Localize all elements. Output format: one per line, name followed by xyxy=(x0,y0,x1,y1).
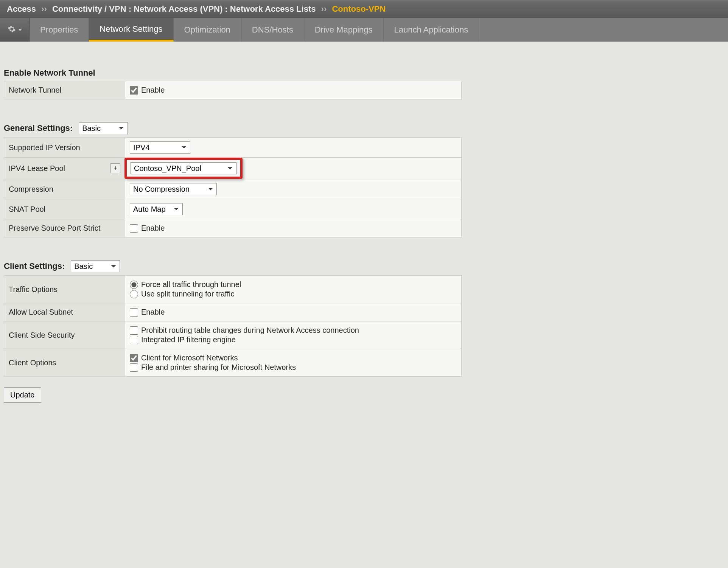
checkbox-enable-tunnel[interactable] xyxy=(130,86,138,95)
radio-split-tunnel[interactable] xyxy=(130,290,138,298)
section-title-general: General Settings: Basic xyxy=(4,122,724,134)
allow-local-subnet-enable[interactable]: Enable xyxy=(130,308,457,317)
row-label: SNAT Pool xyxy=(4,199,125,219)
gear-menu[interactable] xyxy=(0,18,30,42)
breadcrumb-root[interactable]: Access xyxy=(7,4,36,14)
traffic-option-split[interactable]: Use split tunneling for traffic xyxy=(130,290,457,298)
chevron-down-icon xyxy=(18,29,22,31)
tab-properties[interactable]: Properties xyxy=(30,18,89,42)
checkbox-label: Client for Microsoft Networks xyxy=(141,354,238,362)
tab-network-settings[interactable]: Network Settings xyxy=(89,18,173,42)
checkbox-label: Enable xyxy=(141,224,165,233)
lease-pool-select[interactable]: Contoso_VPN_Pool xyxy=(131,162,236,174)
row-label: Allow Local Subnet xyxy=(4,303,125,321)
section-title-enable-tunnel: Enable Network Tunnel xyxy=(4,68,724,78)
lease-pool-highlight: Contoso_VPN_Pool xyxy=(124,158,243,179)
snat-select[interactable]: Auto Map xyxy=(130,203,183,215)
client-option-file-printer[interactable]: File and printer sharing for Microsoft N… xyxy=(130,363,457,372)
checkbox-file-printer[interactable] xyxy=(130,363,138,372)
preserve-port-enable[interactable]: Enable xyxy=(130,224,457,233)
table-row: Network Tunnel Enable xyxy=(4,81,462,99)
checkbox-ms-networks[interactable] xyxy=(130,354,138,362)
tab-dns-hosts[interactable]: DNS/Hosts xyxy=(241,18,304,42)
tab-row: Properties Network Settings Optimization… xyxy=(0,18,728,42)
radio-force-all[interactable] xyxy=(130,281,138,289)
checkbox-label: File and printer sharing for Microsoft N… xyxy=(141,363,296,372)
table-row: Compression No Compression xyxy=(4,179,462,199)
table-row: Client Side Security Prohibit routing ta… xyxy=(4,321,462,349)
checkbox-ip-filter[interactable] xyxy=(130,336,138,344)
checkbox-label: Enable xyxy=(141,308,165,317)
checkbox-prohibit-routing[interactable] xyxy=(130,326,138,335)
checkbox-label: Integrated IP filtering engine xyxy=(141,335,236,344)
checkbox-preserve-port[interactable] xyxy=(130,224,138,233)
section-title-client: Client Settings: Basic xyxy=(4,260,724,272)
checkbox-label: Enable xyxy=(141,86,165,95)
tab-optimization[interactable]: Optimization xyxy=(174,18,241,42)
row-label: IPV4 Lease Pool xyxy=(9,164,65,173)
ip-version-select[interactable]: IPV4 xyxy=(130,141,190,154)
gear-icon xyxy=(8,25,16,35)
row-label: Traffic Options xyxy=(4,276,125,303)
row-label: Client Options xyxy=(4,349,125,377)
row-label: Compression xyxy=(4,179,125,199)
checkbox-label: Prohibit routing table changes during Ne… xyxy=(141,326,359,335)
table-row: SNAT Pool Auto Map xyxy=(4,199,462,219)
network-tunnel-enable[interactable]: Enable xyxy=(130,86,457,95)
table-row: Preserve Source Port Strict Enable xyxy=(4,219,462,237)
table-row: Allow Local Subnet Enable xyxy=(4,303,462,321)
table-row: Supported IP Version IPV4 xyxy=(4,138,462,158)
table-row: IPV4 Lease Pool + Contoso_VPN_Pool xyxy=(4,158,462,179)
section-title-text: General Settings: xyxy=(4,123,73,133)
compression-select[interactable]: No Compression xyxy=(130,183,217,195)
row-label: Client Side Security xyxy=(4,321,125,349)
row-label: Preserve Source Port Strict xyxy=(4,219,125,237)
table-row: Traffic Options Force all traffic throug… xyxy=(4,276,462,303)
tab-drive-mappings[interactable]: Drive Mappings xyxy=(304,18,384,42)
section-title-text: Client Settings: xyxy=(4,261,65,271)
client-option-ms-networks[interactable]: Client for Microsoft Networks xyxy=(130,354,457,362)
radio-label: Force all traffic through tunnel xyxy=(141,280,241,289)
breadcrumb: Access ›› Connectivity / VPN : Network A… xyxy=(0,0,728,18)
table-general: Supported IP Version IPV4 IPV4 Lease Poo… xyxy=(4,137,462,237)
client-security-ip-filter[interactable]: Integrated IP filtering engine xyxy=(130,335,457,344)
breadcrumb-sep: ›› xyxy=(321,4,327,14)
row-label: Supported IP Version xyxy=(4,138,125,158)
row-label: Network Tunnel xyxy=(4,81,125,99)
traffic-option-force-all[interactable]: Force all traffic through tunnel xyxy=(130,280,457,289)
table-client: Traffic Options Force all traffic throug… xyxy=(4,275,462,377)
breadcrumb-path[interactable]: Connectivity / VPN : Network Access (VPN… xyxy=(52,4,316,14)
checkbox-allow-local[interactable] xyxy=(130,308,138,317)
tab-launch-applications[interactable]: Launch Applications xyxy=(384,18,479,42)
general-mode-select[interactable]: Basic xyxy=(79,122,128,134)
table-row: Client Options Client for Microsoft Netw… xyxy=(4,349,462,377)
add-lease-pool-button[interactable]: + xyxy=(110,163,120,173)
client-mode-select[interactable]: Basic xyxy=(71,260,120,272)
table-enable-tunnel: Network Tunnel Enable xyxy=(4,81,462,99)
breadcrumb-sep: ›› xyxy=(41,4,47,14)
update-button[interactable]: Update xyxy=(4,387,41,403)
radio-label: Use split tunneling for traffic xyxy=(141,290,234,298)
client-security-prohibit-routing[interactable]: Prohibit routing table changes during Ne… xyxy=(130,326,457,335)
breadcrumb-leaf: Contoso-VPN xyxy=(332,4,386,14)
